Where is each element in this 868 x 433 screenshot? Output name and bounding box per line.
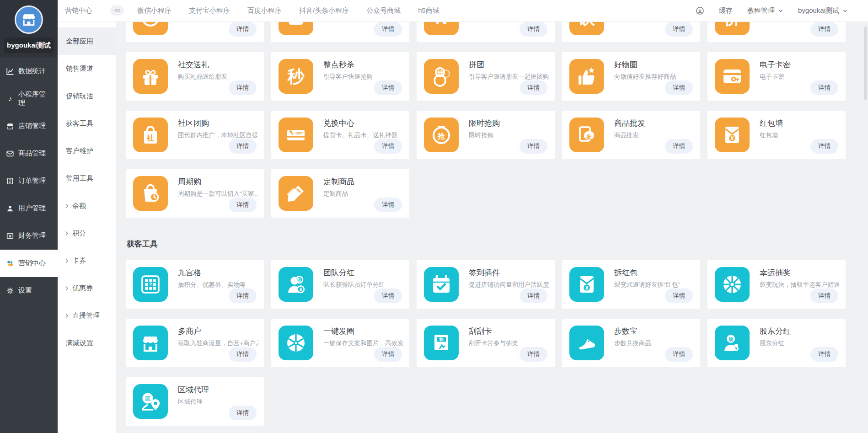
flashsale-icon: 抢: [424, 118, 459, 152]
card-title: 限时抢购: [469, 118, 500, 128]
detail-button[interactable]: 详情: [374, 22, 402, 37]
sidebar-item-1[interactable]: ♪小程序管理: [0, 85, 58, 112]
detail-button[interactable]: 详情: [229, 289, 257, 303]
teamshare-icon: 队¥: [279, 267, 313, 302]
detail-button[interactable]: 详情: [229, 80, 257, 95]
submenu-item-7[interactable]: 积分: [58, 219, 116, 247]
user-menu[interactable]: bygoukai测试: [798, 6, 848, 15]
topnav-tab-4[interactable]: 公众号商城: [366, 6, 401, 15]
sidebar-item-7[interactable]: 营销中心: [0, 250, 58, 277]
submenu-item-9[interactable]: 优惠券: [58, 274, 116, 302]
gear-icon: [6, 287, 14, 295]
exchange-icon: GIFT: [279, 118, 313, 152]
submenu-item-label: 满减设置: [66, 339, 93, 347]
scrollbar-thumb[interactable]: [864, 27, 867, 100]
svg-text:¥: ¥: [735, 346, 737, 351]
detail-button[interactable]: 详情: [374, 139, 402, 154]
app-card: 好物圈向微信好友推荐好商品详情: [562, 52, 700, 101]
chevron-right-icon: [64, 285, 70, 291]
luckywheel-icon: [715, 267, 750, 302]
app-card: 股¥股东分红股东分红详情: [707, 319, 846, 367]
submenu-item-0[interactable]: 全部应用: [58, 27, 116, 55]
detail-button[interactable]: 详情: [665, 139, 693, 154]
detail-button[interactable]: 详情: [229, 406, 257, 420]
card-title: 幸运抽奖: [760, 267, 791, 278]
detail-button[interactable]: 详情: [229, 347, 257, 362]
topnav-tab-3[interactable]: 抖音/头条小程序: [299, 6, 349, 15]
card-desc: 步数兑换商品: [614, 339, 695, 347]
submenu-item-3[interactable]: 获客工具: [58, 110, 116, 137]
submenu-item-4[interactable]: 客户维护: [58, 137, 116, 165]
promo-card-grid: 详情combo详情N详情砍详情价详情社交送礼购买礼品送给朋友详情秒整点秒杀引导客…: [126, 22, 868, 218]
submenu-item-1[interactable]: 销售渠道: [58, 55, 116, 82]
storefront-logo-icon: [15, 5, 43, 34]
detail-button[interactable]: 详情: [810, 22, 838, 37]
shareholder-icon: 股¥: [715, 326, 750, 360]
chevron-right-icon: [64, 230, 70, 236]
app-card: 定制商品定制商品详情: [271, 169, 409, 218]
detail-button[interactable]: 详情: [810, 139, 838, 154]
shop-icon: [6, 122, 14, 130]
detail-button[interactable]: 详情: [374, 80, 402, 95]
app-card: 秒整点秒杀引导客户快速抢购详情: [271, 52, 409, 101]
download-circle-icon: [696, 6, 704, 15]
svg-text:区: 区: [145, 396, 150, 401]
app-card: N详情: [417, 22, 555, 42]
detail-button[interactable]: 详情: [229, 198, 257, 212]
sidebar-item-label: 店铺管理: [18, 122, 46, 130]
submenu-item-10[interactable]: 直播管理: [58, 302, 116, 329]
sidebar-item-2[interactable]: 店铺管理: [0, 112, 58, 140]
detail-button[interactable]: 详情: [520, 289, 547, 303]
sidebar-item-0[interactable]: 数据统计: [0, 58, 58, 85]
detail-button[interactable]: 详情: [520, 22, 547, 37]
detail-button[interactable]: 详情: [810, 80, 838, 95]
miniprogram-icon: ♪: [6, 95, 14, 103]
bargain-icon: 砍: [569, 22, 604, 35]
card-desc: 获取入驻商流量，自营+商户入驻: [178, 339, 258, 347]
chevron-down-icon: [778, 8, 783, 14]
detail-button[interactable]: 详情: [665, 22, 693, 37]
detail-button[interactable]: 详情: [810, 289, 838, 303]
svg-text:GIFT: GIFT: [295, 131, 303, 135]
svg-text:拼: 拼: [437, 69, 443, 76]
submenu-item-6[interactable]: 余额: [58, 192, 116, 219]
download-button[interactable]: [696, 6, 704, 15]
letter-n-icon: N: [424, 22, 459, 35]
topnav-tab-0[interactable]: 微信小程序: [137, 6, 171, 15]
detail-button[interactable]: 详情: [374, 289, 402, 303]
topnav-tab-2[interactable]: 百度小程序: [247, 6, 282, 15]
card-desc: 周期购是一款可以切入“买家…: [178, 190, 258, 198]
detail-button[interactable]: 详情: [665, 289, 693, 303]
detail-button[interactable]: 详情: [665, 80, 693, 95]
tutorial-menu[interactable]: 教程管理: [747, 6, 783, 15]
cache-button[interactable]: 缓存: [719, 6, 733, 15]
collapse-submenu-button[interactable]: <<: [110, 5, 124, 16]
card-desc: 红包墙: [760, 131, 840, 139]
topnav-tab-5[interactable]: h5商城: [418, 6, 439, 15]
detail-button[interactable]: 详情: [810, 347, 838, 362]
multistore-icon: [133, 326, 168, 360]
chart-icon: [6, 67, 14, 75]
submenu-item-8[interactable]: 卡券: [58, 247, 116, 274]
sidebar-item-8[interactable]: 设置: [0, 277, 58, 305]
sidebar: bygoukai测试 数据统计♪小程序管理店铺管理商品管理订单管理用户管理财务管…: [0, 0, 58, 433]
topnav-tab-1[interactable]: 支付宝小程序: [189, 6, 230, 15]
detail-button[interactable]: 详情: [520, 80, 547, 95]
sidebar-item-5[interactable]: 用户管理: [0, 195, 58, 222]
sidebar-item-6[interactable]: 财务管理: [0, 222, 58, 250]
svg-text:队: 队: [297, 278, 302, 283]
detail-button[interactable]: 详情: [374, 198, 402, 212]
detail-button[interactable]: 详情: [520, 347, 547, 362]
sidebar-item-3[interactable]: 商品管理: [0, 140, 58, 167]
submenu-item-2[interactable]: 促销玩法: [58, 82, 116, 110]
submenu-item-5[interactable]: 常用工具: [58, 165, 116, 192]
sidebar-item-4[interactable]: 订单管理: [0, 167, 58, 195]
detail-button[interactable]: 详情: [229, 22, 257, 37]
submenu-item-11[interactable]: 满减设置: [58, 329, 116, 357]
detail-button[interactable]: 详情: [374, 347, 402, 362]
app-root: bygoukai测试 数据统计♪小程序管理店铺管理商品管理订单管理用户管理财务管…: [0, 0, 868, 433]
card-desc: 促进店铺访问量和用户活跃度: [469, 281, 549, 289]
detail-button[interactable]: 详情: [520, 139, 547, 154]
detail-button[interactable]: 详情: [229, 139, 257, 154]
detail-button[interactable]: 详情: [665, 347, 693, 362]
